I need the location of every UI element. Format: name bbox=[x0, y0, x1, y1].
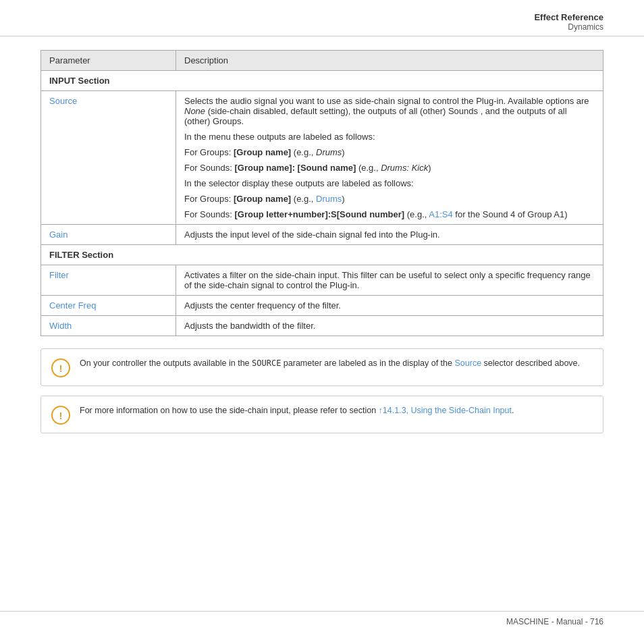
main-content: Parameter Description INPUT Section Sour… bbox=[0, 36, 644, 456]
header-subtitle: Dynamics bbox=[41, 22, 603, 32]
source-desc-6: For Groups: [Group name] (e.g., Drums) bbox=[184, 194, 595, 204]
note1-text-after: selector described above. bbox=[481, 358, 580, 368]
center-freq-link[interactable]: Center Freq bbox=[49, 300, 96, 311]
parameter-table: Parameter Description INPUT Section Sour… bbox=[41, 50, 603, 336]
note-icon-1: ! bbox=[51, 358, 70, 377]
table-row-section-filter: FILTER Section bbox=[41, 245, 603, 265]
page: Effect Reference Dynamics Parameter Desc… bbox=[0, 0, 644, 644]
param-gain: Gain bbox=[41, 225, 176, 245]
desc-center-freq: Adjusts the center frequency of the filt… bbox=[176, 296, 603, 316]
drums-link[interactable]: Drums bbox=[316, 194, 342, 204]
section-label-input: INPUT Section bbox=[41, 71, 603, 91]
note-text-2: For more information on how to use the s… bbox=[80, 404, 514, 417]
desc-source: Selects the audio signal you want to use… bbox=[176, 91, 603, 225]
table-row-gain: Gain Adjusts the input level of the side… bbox=[41, 225, 603, 245]
col-parameter-header: Parameter bbox=[41, 51, 176, 71]
table-row-source: Source Selects the audio signal you want… bbox=[41, 91, 603, 225]
note2-section-link[interactable]: ↑14.1.3, Using the Side-Chain Input bbox=[379, 406, 512, 415]
table-row-center-freq: Center Freq Adjusts the center frequency… bbox=[41, 296, 603, 316]
a1s4-link[interactable]: A1:S4 bbox=[429, 209, 452, 219]
note1-text-middle: parameter are labeled as in the display … bbox=[281, 358, 454, 368]
desc-width: Adjusts the bandwidth of the filter. bbox=[176, 316, 603, 336]
note1-code: SOURCE bbox=[252, 358, 281, 368]
source-desc-1: Selects the audio signal you want to use… bbox=[184, 96, 595, 126]
param-width: Width bbox=[41, 316, 176, 336]
note-text-1: On your controller the outputs available… bbox=[80, 357, 580, 370]
note-box-1: ! On your controller the outputs availab… bbox=[41, 348, 603, 386]
header-title: Effect Reference bbox=[41, 12, 603, 22]
note2-text-before: For more information on how to use the s… bbox=[80, 406, 379, 415]
col-description-header: Description bbox=[176, 51, 603, 71]
note-box-2: ! For more information on how to use the… bbox=[41, 396, 603, 433]
param-filter: Filter bbox=[41, 265, 176, 296]
page-header: Effect Reference Dynamics bbox=[0, 0, 644, 36]
gain-link[interactable]: Gain bbox=[49, 230, 68, 240]
section-label-filter: FILTER Section bbox=[41, 245, 603, 265]
table-row-filter: Filter Activates a filter on the side-ch… bbox=[41, 265, 603, 296]
table-row-width: Width Adjusts the bandwidth of the filte… bbox=[41, 316, 603, 336]
table-row-section-input: INPUT Section bbox=[41, 71, 603, 91]
source-link[interactable]: Source bbox=[49, 96, 77, 106]
note1-source-link[interactable]: Source bbox=[454, 358, 481, 368]
source-desc-3: For Groups: [Group name] (e.g., Drums) bbox=[184, 147, 595, 157]
source-desc-2: In the menu these outputs are labeled as… bbox=[184, 132, 595, 142]
note1-text-before: On your controller the outputs available… bbox=[80, 358, 252, 368]
desc-filter: Activates a filter on the side-chain inp… bbox=[176, 265, 603, 296]
note2-text-after: . bbox=[512, 406, 514, 415]
width-link[interactable]: Width bbox=[49, 321, 72, 331]
note-icon-2: ! bbox=[51, 406, 70, 425]
source-desc-7: For Sounds: [Group letter+number]:S[Soun… bbox=[184, 209, 595, 219]
source-desc-4: For Sounds: [Group name]: [Sound name] (… bbox=[184, 163, 595, 173]
source-desc-5: In the selector display these outputs ar… bbox=[184, 178, 595, 188]
page-footer: MASCHINE - Manual - 716 bbox=[0, 611, 644, 632]
param-center-freq: Center Freq bbox=[41, 296, 176, 316]
filter-link[interactable]: Filter bbox=[49, 270, 69, 280]
param-source: Source bbox=[41, 91, 176, 225]
footer-text: MASCHINE - Manual - 716 bbox=[506, 617, 603, 626]
desc-gain: Adjusts the input level of the side-chai… bbox=[176, 225, 603, 245]
